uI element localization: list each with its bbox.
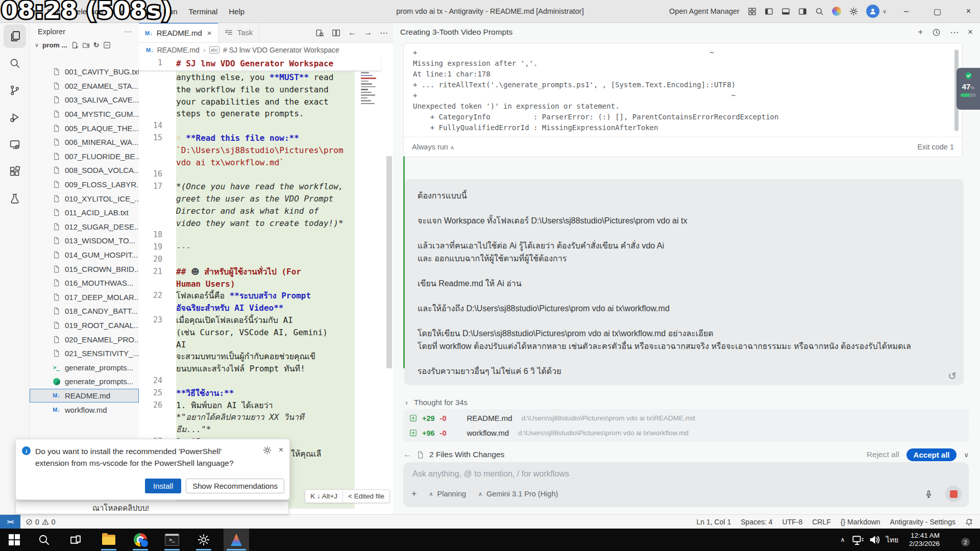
file-row-020-enamel-pro-[interactable]: 020_ENAMEL_PRO...: [30, 332, 139, 346]
activity-run-debug[interactable]: [4, 106, 26, 129]
attach-plus-icon[interactable]: +: [411, 489, 417, 499]
notification-settings-icon[interactable]: [263, 445, 272, 455]
refresh-icon[interactable]: ↻: [93, 41, 100, 49]
file-explorer-button[interactable]: [98, 529, 119, 551]
panel-more-icon[interactable]: ⋯: [950, 27, 959, 38]
start-button[interactable]: [4, 529, 24, 551]
thought-toggle[interactable]: › Thought for 34s: [405, 398, 468, 407]
problems-indicator[interactable]: 0 0: [26, 518, 56, 526]
activity-remote-explorer[interactable]: [4, 133, 26, 156]
file-row-generate-prompts-[interactable]: generate_prompts...: [30, 374, 139, 389]
changed-file-row[interactable]: +29-0README.mdd:\Users\sj88studio\Pictur…: [403, 411, 969, 425]
task-view-button[interactable]: [65, 529, 86, 551]
edited-file-navigator[interactable]: K ↓ Alt+J < Edited file: [305, 489, 390, 503]
activity-explorer[interactable]: [4, 24, 26, 48]
input-language-indicator[interactable]: ไทย: [883, 529, 901, 551]
agent-manager-grid-icon[interactable]: [748, 7, 756, 16]
new-file-icon[interactable]: [71, 41, 79, 49]
remote-indicator[interactable]: ><: [0, 515, 20, 529]
clock[interactable]: 12:41 AM2/23/2026: [902, 529, 946, 551]
reject-all-button[interactable]: Reject all: [867, 450, 899, 459]
file-row-018-candy-batt-[interactable]: 018_CANDY_BATT...: [30, 304, 139, 318]
workspace-folder-label[interactable]: prom ...: [42, 41, 67, 49]
file-row-009-floss-labyr-[interactable]: 009_FLOSS_LABYR...: [30, 178, 139, 192]
maximize-button[interactable]: ▢: [926, 0, 949, 22]
back-arrow-icon[interactable]: ←: [403, 450, 411, 459]
action-center-button[interactable]: 2: [950, 529, 971, 551]
file-row-workflow-md[interactable]: M↓workflow.md: [30, 403, 139, 417]
status-item-ln-1-col-1[interactable]: Ln 1, Col 1: [697, 518, 731, 526]
new-folder-icon[interactable]: [82, 41, 90, 49]
file-row-005-plaque-the-[interactable]: 005_PLAQUE_THE...: [30, 121, 139, 135]
assistant-orb-icon[interactable]: [832, 7, 841, 16]
file-row-generate-prompts-[interactable]: >_generate_prompts...: [30, 360, 139, 374]
network-tray-icon[interactable]: [850, 529, 866, 551]
editor-scrollbar[interactable]: [386, 156, 392, 368]
activity-source-control[interactable]: [4, 79, 26, 102]
always-run-toggle[interactable]: Always run ∧: [412, 143, 454, 151]
file-row-011-acid-lab-txt[interactable]: 011_ACID_LAB.txt: [30, 206, 139, 220]
minimize-button[interactable]: –: [895, 0, 918, 22]
open-preview-icon[interactable]: [315, 29, 324, 37]
status-item-antigravity-settings[interactable]: Antigravity - Settings: [890, 518, 955, 526]
antigravity-button[interactable]: [224, 529, 249, 551]
status-item-utf-8[interactable]: UTF-8: [782, 518, 803, 526]
chat-input[interactable]: Ask anything, @ to mention, / for workfl…: [403, 462, 969, 507]
toggle-right-sidebar-icon[interactable]: [798, 7, 807, 16]
file-row-015-crown-brid-[interactable]: 015_CROWN_BRID...: [30, 262, 139, 276]
open-agent-manager-button[interactable]: Open Agent Manager: [669, 7, 740, 15]
file-row-007-fluoride-be-[interactable]: 007_FLUORIDE_BE...: [30, 149, 139, 164]
file-row-002-enamel-sta-[interactable]: 002_ENAMEL_STA...: [30, 79, 139, 93]
minimap[interactable]: [359, 59, 380, 197]
close-tab-icon[interactable]: ×: [207, 29, 212, 37]
notification-toast-behind[interactable]: ณาโหลดคลิปบบ!: [15, 501, 289, 514]
nav-keys-hint[interactable]: K ↓ Alt+J: [305, 490, 343, 503]
nav-forward-icon[interactable]: →: [364, 28, 372, 37]
install-button[interactable]: Install: [145, 479, 181, 493]
settings-gear-icon[interactable]: [849, 7, 858, 16]
file-row-006-mineral-wa-[interactable]: 006_MINERAL_WA...: [30, 135, 139, 149]
usage-widget[interactable]: 47%: [957, 68, 980, 110]
show-hidden-icons[interactable]: ∧: [836, 529, 849, 551]
split-editor-icon[interactable]: [332, 29, 340, 37]
chevron-down-icon[interactable]: ∨: [35, 42, 39, 48]
file-row-008-soda-volca-[interactable]: 008_SODA_VOLCA...: [30, 163, 139, 178]
new-conversation-icon[interactable]: +: [918, 27, 923, 37]
file-row-016-mouthwas-[interactable]: 016_MOUTHWAS...: [30, 276, 139, 290]
file-row-004-mystic-gum-[interactable]: 004_MYSTIC_GUM...: [30, 107, 139, 121]
explorer-more-icon[interactable]: ⋯: [125, 28, 132, 36]
breadcrumb[interactable]: M↓ README.md › abc # SJ lnw VDO Generato…: [139, 43, 393, 57]
status-item--markdown[interactable]: {} Markdown: [841, 518, 880, 526]
account-avatar[interactable]: [866, 5, 879, 18]
toggle-left-sidebar-icon[interactable]: [765, 7, 773, 16]
changed-file-row[interactable]: +96-0workflow.mdd:\Users\sj88studio\Pict…: [403, 425, 969, 440]
tab-readme[interactable]: M↓ README.md ×: [139, 22, 218, 42]
tab-task[interactable]: Task: [218, 22, 260, 42]
nav-back-icon[interactable]: ←: [348, 28, 356, 37]
editor-more-icon[interactable]: ⋯: [380, 28, 388, 38]
file-row-021-sensitivity-[interactable]: 021_SENSITIVITY_...: [30, 346, 139, 361]
settings-button[interactable]: [193, 529, 214, 551]
titlebar-search-icon[interactable]: [815, 7, 824, 16]
file-row-019-root-canal-[interactable]: 019_ROOT_CANAL...: [30, 318, 139, 333]
file-row-readme-md[interactable]: M↓README.md: [30, 389, 139, 403]
activity-search[interactable]: [4, 52, 26, 75]
sticky-scroll-line[interactable]: 1 # SJ lnw VDO Generator Workspace: [139, 57, 381, 70]
terminal-button[interactable]: >_: [161, 529, 183, 551]
model-selector[interactable]: Gemini 3.1 Pro (High): [486, 490, 558, 498]
file-row-010-xylitol-ice-[interactable]: 010_XYLITOL_ICE_...: [30, 191, 139, 206]
toggle-panel-icon[interactable]: [781, 7, 790, 16]
volume-tray-icon[interactable]: [867, 529, 882, 551]
file-row-012-sugar-dese-[interactable]: 012_SUGAR_DESE...: [30, 220, 139, 234]
status-item-crlf[interactable]: CRLF: [812, 518, 831, 526]
breadcrumb-symbol[interactable]: # SJ lnw VDO Generator Workspace: [223, 46, 339, 54]
accept-options-chevron-icon[interactable]: ∨: [964, 451, 969, 459]
file-row-017-deep-molar-[interactable]: 017_DEEP_MOLAR...: [30, 290, 139, 305]
file-row-014-gum-hospit-[interactable]: 014_GUM_HOSPIT...: [30, 248, 139, 262]
breadcrumb-file[interactable]: README.md: [157, 46, 200, 54]
panel-close-icon[interactable]: ×: [968, 27, 973, 37]
accept-all-button[interactable]: Accept all: [906, 448, 957, 461]
undo-icon[interactable]: ↺: [948, 370, 957, 382]
activity-extensions[interactable]: [4, 160, 26, 183]
status-item-spaces-4[interactable]: Spaces: 4: [741, 518, 772, 526]
